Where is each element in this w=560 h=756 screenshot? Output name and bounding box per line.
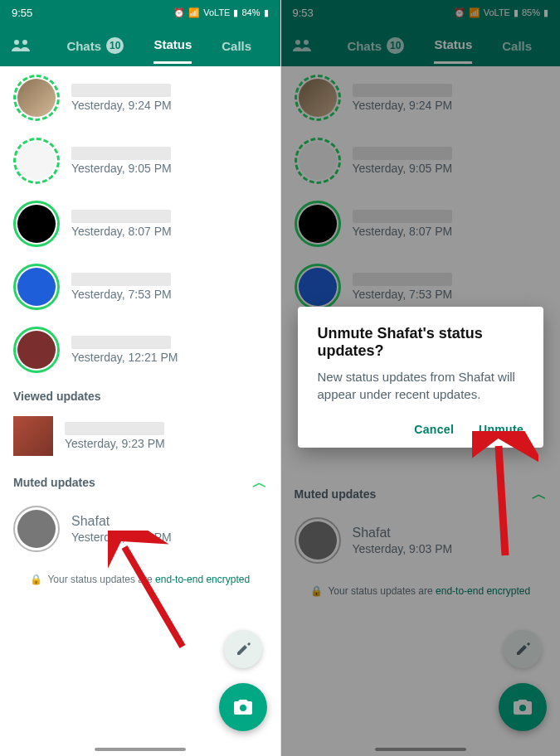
- camera-fab[interactable]: [499, 683, 547, 731]
- muted-updates-header[interactable]: Muted updates︿: [0, 464, 280, 497]
- status-item[interactable]: Yesterday, 9:05 PM: [281, 129, 561, 192]
- nav-handle[interactable]: [375, 748, 466, 751]
- wifi-icon: 📶: [188, 7, 200, 18]
- statusbar: 9:55 ⏰ 📶 VoLTE ▮ 84% ▮: [0, 0, 280, 25]
- alarm-icon: ⏰: [454, 7, 465, 18]
- status-time: Yesterday, 9:24 PM: [353, 99, 548, 112]
- status-time: Yesterday, 9:03 PM: [353, 542, 548, 555]
- chats-badge: 10: [106, 37, 124, 54]
- chevron-up-icon: ︿: [532, 484, 547, 504]
- status-item[interactable]: Yesterday, 9:05 PM: [0, 129, 280, 192]
- chats-badge: 10: [387, 37, 404, 54]
- status-item[interactable]: Yesterday, 8:07 PM: [0, 192, 280, 255]
- camera-fab[interactable]: [219, 683, 267, 731]
- battery-icon: ▮: [543, 7, 548, 18]
- phone-right: 9:53 ⏰ 📶 VoLTE ▮ 85% ▮ Chats10 Status Ca…: [280, 0, 561, 756]
- contact-name-redacted: [71, 147, 171, 160]
- contact-name-redacted: [353, 273, 452, 286]
- signal-icon: ▮: [514, 7, 519, 18]
- status-time: Yesterday, 9:23 PM: [65, 437, 267, 450]
- status-item[interactable]: Yesterday, 8:07 PM: [281, 192, 561, 255]
- network-label: VoLTE: [484, 7, 510, 17]
- status-time: Yesterday, 7:53 PM: [71, 288, 267, 301]
- status-time: Yesterday, 9:05 PM: [71, 162, 267, 175]
- tab-calls[interactable]: Calls: [222, 27, 251, 64]
- contact-name-redacted: [71, 336, 171, 349]
- unmute-dialog: Unmute Shafat's status updates? New stat…: [298, 307, 544, 448]
- alarm-icon: ⏰: [173, 7, 185, 18]
- tab-status[interactable]: Status: [434, 37, 472, 64]
- clock-time: 9:53: [293, 7, 314, 19]
- viewed-updates-header: Viewed updates: [0, 381, 280, 408]
- svg-point-2: [295, 40, 300, 45]
- tab-chats[interactable]: Chats10: [66, 27, 124, 64]
- status-item[interactable]: Yesterday, 12:21 PM: [0, 318, 280, 381]
- status-time: Yesterday, 8:07 PM: [71, 225, 267, 238]
- muted-updates-header[interactable]: Muted updates︿: [281, 476, 561, 509]
- contact-name-redacted: [71, 210, 171, 223]
- contact-name: Shafat: [71, 514, 267, 529]
- status-item[interactable]: Yesterday, 7:53 PM: [0, 255, 280, 318]
- status-item[interactable]: Yesterday, 9:23 PM: [0, 408, 280, 464]
- nav-handle[interactable]: [95, 748, 186, 751]
- encryption-notice: 🔒 Your status updates are end-to-end enc…: [281, 572, 561, 610]
- encryption-link[interactable]: end-to-end encrypted: [155, 574, 250, 585]
- status-item-muted[interactable]: ShafatYesterday, 9:03 PM: [0, 497, 280, 560]
- community-icon[interactable]: [12, 36, 30, 56]
- signal-icon: ▮: [233, 7, 238, 18]
- status-time: Yesterday, 8:07 PM: [353, 225, 548, 238]
- tab-chats[interactable]: Chats10: [347, 27, 404, 64]
- status-icons: ⏰ 📶 VoLTE ▮ 84% ▮: [173, 7, 268, 18]
- contact-name-redacted: [353, 84, 452, 97]
- encryption-link[interactable]: end-to-end encrypted: [436, 585, 530, 597]
- contact-name: Shafat: [353, 526, 548, 540]
- phone-left: 9:55 ⏰ 📶 VoLTE ▮ 84% ▮ Chats10 Status Ca…: [0, 0, 280, 756]
- encryption-notice: 🔒 Your status updates are end-to-end enc…: [0, 560, 280, 598]
- network-label: VoLTE: [203, 7, 230, 17]
- svg-point-3: [304, 40, 309, 45]
- tab-calls[interactable]: Calls: [502, 27, 532, 64]
- status-item-muted[interactable]: ShafatYesterday, 9:03 PM: [281, 509, 561, 572]
- contact-name-redacted: [353, 147, 452, 160]
- status-time: Yesterday, 9:03 PM: [71, 531, 267, 544]
- unmute-button[interactable]: Unmute: [479, 423, 523, 436]
- topbar: Chats10 Status Calls: [0, 25, 280, 66]
- contact-name-redacted: [65, 422, 164, 435]
- edit-fab[interactable]: [224, 630, 262, 668]
- wifi-icon: 📶: [469, 7, 480, 18]
- chevron-up-icon: ︿: [252, 472, 267, 492]
- dialog-text: New status updates from Shafat will appe…: [318, 368, 524, 403]
- topbar: Chats10 Status Calls: [281, 25, 561, 66]
- status-time: Yesterday, 9:05 PM: [353, 162, 548, 175]
- status-icons: ⏰ 📶 VoLTE ▮ 85% ▮: [454, 7, 548, 18]
- clock-time: 9:55: [12, 7, 32, 19]
- statusbar: 9:53 ⏰ 📶 VoLTE ▮ 85% ▮: [281, 0, 561, 25]
- svg-point-0: [14, 40, 19, 45]
- status-time: Yesterday, 7:53 PM: [353, 288, 548, 301]
- lock-icon: 🔒: [310, 585, 323, 597]
- status-time: Yesterday, 9:24 PM: [71, 99, 267, 112]
- battery-text: 84%: [241, 7, 260, 17]
- lock-icon: 🔒: [30, 574, 42, 585]
- contact-name-redacted: [71, 84, 171, 97]
- avatar: [13, 416, 53, 456]
- svg-point-1: [22, 40, 27, 45]
- dialog-title: Unmute Shafat's status updates?: [318, 325, 524, 360]
- status-item[interactable]: Yesterday, 9:24 PM: [0, 66, 280, 129]
- community-icon[interactable]: [293, 36, 311, 56]
- battery-icon: ▮: [264, 7, 269, 18]
- contact-name-redacted: [353, 210, 452, 223]
- battery-text: 85%: [522, 7, 540, 17]
- status-item[interactable]: Yesterday, 9:24 PM: [281, 66, 561, 129]
- status-time: Yesterday, 12:21 PM: [71, 351, 267, 364]
- contact-name-redacted: [71, 273, 171, 286]
- tab-status[interactable]: Status: [153, 37, 192, 64]
- edit-fab[interactable]: [504, 630, 542, 668]
- cancel-button[interactable]: Cancel: [414, 423, 454, 436]
